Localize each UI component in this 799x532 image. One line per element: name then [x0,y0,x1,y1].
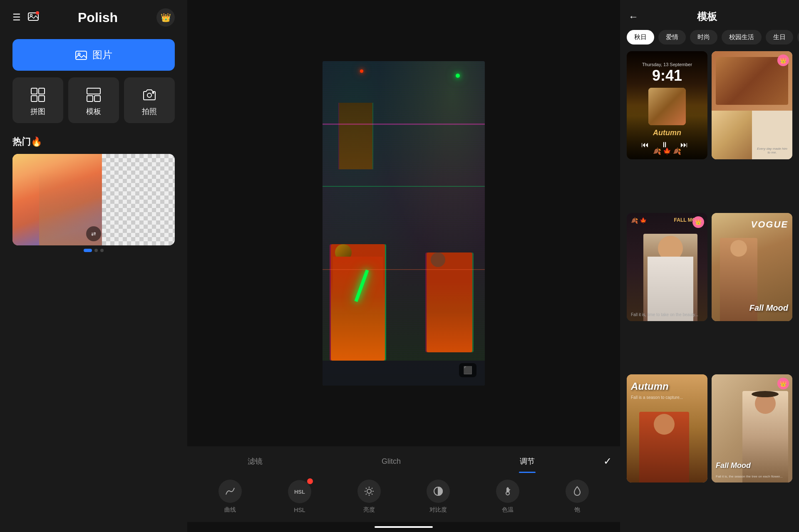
image-container: ⬛ [187,0,620,446]
right-header: ← 模板 [620,0,799,30]
template-5[interactable]: Autumn Fall is a season to capture... [627,374,707,483]
template-button[interactable]: 模板 [68,77,119,123]
svg-line-22 [372,488,372,489]
hsl-icon: HSL [288,480,311,503]
svg-rect-8 [31,96,37,101]
template-2[interactable]: Every day made him to me. 👑 [712,51,792,159]
contrast-icon [427,480,450,503]
tool-brightness[interactable]: 亮度 [357,480,381,514]
hot-preview[interactable]: ⇄ [12,154,175,245]
cat-autumn[interactable]: 秋日 [627,30,654,45]
temperature-label: 色温 [502,506,514,514]
saturation-icon [566,480,589,503]
t3-emoji-top: 🍂 🍁 [631,217,647,224]
cat-birthday[interactable]: 生日 [766,30,793,45]
templates-grid: Thursday, 13 September 9:41 Autumn ⏮ ⏸ ⏭… [620,51,799,532]
tab-adjust[interactable]: 调节 [459,453,595,470]
svg-point-15 [367,489,371,493]
svg-rect-4 [76,51,87,59]
red-light [360,69,363,73]
svg-rect-10 [87,88,100,94]
logo-icon [27,10,39,25]
image-button[interactable]: 图片 [12,39,175,71]
hot-image-right [102,154,175,245]
t1-photo [648,88,686,125]
svg-line-21 [372,494,372,495]
camera-label: 拍照 [142,106,157,116]
t6-subtitle: Fall it is, the season the tree on each … [716,475,783,478]
crown-button[interactable]: 👑 [156,8,175,27]
t1-leaves: 🍂 🍁 🍂 [627,147,707,155]
back-button[interactable]: ← [628,11,638,22]
t3-text: Fall it is, time to take on the beauty..… [631,312,698,317]
t3-crown: 👑 [692,216,704,228]
svg-point-3 [37,12,39,14]
app-header: ☰ Polish 👑 [8,0,179,35]
template-1[interactable]: Thursday, 13 September 9:41 Autumn ⏮ ⏸ ⏭… [627,51,707,159]
hot-section: 热门🔥 ⇄ [8,131,179,255]
template-6[interactable]: Fall Mood Fall it is, the season the tre… [712,374,792,483]
corner-badge[interactable]: ⬛ [459,363,476,377]
hsl-badge [307,478,313,484]
cat-love[interactable]: 爱情 [658,30,686,45]
preview-badge: ⇄ [86,226,101,241]
temperature-icon [496,480,519,503]
cat-race[interactable]: 赛场 [797,30,799,45]
figure-2 [427,252,472,352]
grid-buttons: 拼图 模板 拍照 [8,77,179,123]
svg-rect-9 [39,96,45,101]
brightness-label: 亮度 [363,506,375,514]
tab-filters[interactable]: 滤镜 [187,453,323,470]
tab-glitch[interactable]: Glitch [323,454,459,469]
t2-crown: 👑 [777,54,789,66]
figure-1 [331,244,385,361]
t5-subtitle: Fall is a season to capture... [631,395,683,400]
tool-hsl[interactable]: HSL HSL [288,480,311,513]
hot-title: 热门🔥 [12,136,175,148]
svg-point-13 [147,93,151,97]
main-image: ⬛ [323,61,485,386]
t2-inner: Every day made him to me. [712,51,792,159]
center-panel: ⬛ 滤镜 Glitch 调节 ✓ 曲线 HSL HSL [187,0,620,532]
menu-icon[interactable]: ☰ [12,12,21,23]
t6-text: Fall Mood [716,461,751,470]
dot-indicator [12,245,175,255]
brightness-icon [357,480,381,503]
t5-person [639,412,689,483]
svg-line-20 [366,488,367,489]
camera-button[interactable]: 拍照 [124,77,175,123]
template-4[interactable]: VOGUE Fall Mood [712,213,792,321]
template-label: 模板 [86,106,101,116]
app-title: Polish [46,10,150,25]
template-3[interactable]: 🍂 🍁 FALL MOOD Fall it is, time to take o… [627,213,707,321]
contrast-label: 对比度 [429,506,447,514]
right-title: 模板 [645,10,769,23]
tab-bar: 滤镜 Glitch 调节 ✓ [187,446,620,473]
puzzle-label: 拼图 [30,106,45,116]
tool-contrast[interactable]: 对比度 [427,480,450,514]
puzzle-button[interactable]: 拼图 [12,77,63,123]
left-panel: ☰ Polish 👑 图片 [0,0,187,532]
t5-text: Autumn [631,381,669,392]
dot-3 [100,249,104,252]
svg-line-23 [366,494,367,495]
svg-rect-6 [31,88,37,94]
image-label: 图片 [92,48,112,62]
t3-inner: 🍂 🍁 FALL MOOD Fall it is, time to take o… [627,213,707,321]
tool-saturation[interactable]: 饱 [566,480,589,514]
cat-fashion[interactable]: 时尚 [690,30,717,45]
right-panel: ← 模板 秋日 爱情 时尚 校园生活 生日 赛场 Thursday, 13 Se… [620,0,799,532]
svg-rect-7 [39,88,45,94]
tool-temperature[interactable]: 色温 [496,480,519,514]
confirm-button[interactable]: ✓ [595,455,620,467]
t1-date: Thursday, 13 September [642,62,692,67]
t2-bottom: Every day made him to me. [712,111,792,159]
dot-1 [84,249,92,252]
curve-label: 曲线 [224,506,236,514]
cat-campus[interactable]: 校园生活 [722,30,762,45]
bottom-bar [375,526,433,528]
saturation-label: 饱 [574,506,580,514]
figure-3 [339,103,372,169]
tool-curve[interactable]: 曲线 [218,480,242,514]
t2-text: Every day made him to me. [755,145,789,156]
